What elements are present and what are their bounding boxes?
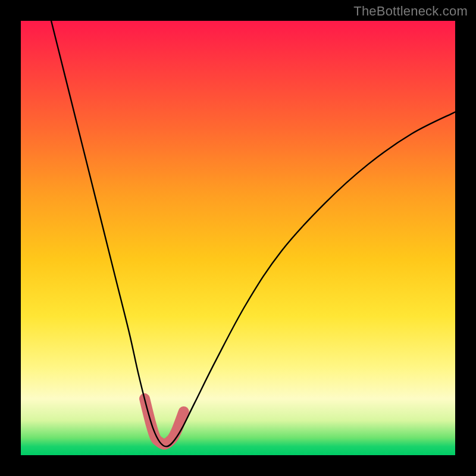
plot-area xyxy=(21,21,455,455)
watermark-text: TheBottleneck.com xyxy=(353,4,468,19)
curve-layer xyxy=(21,21,455,455)
chart-frame: TheBottleneck.com xyxy=(0,0,476,476)
bottleneck-curve-path xyxy=(51,21,455,446)
